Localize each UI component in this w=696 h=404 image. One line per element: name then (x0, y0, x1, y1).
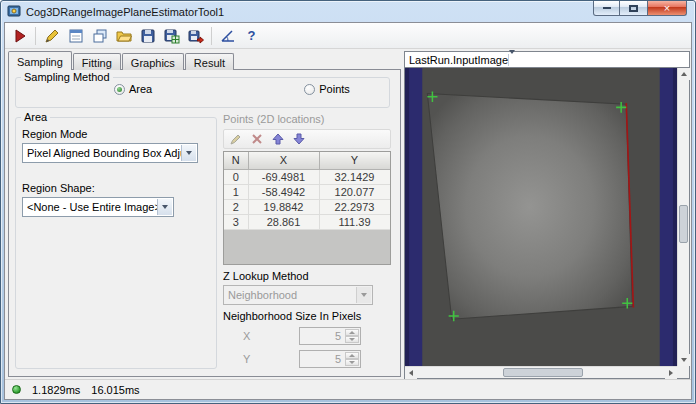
radio-area[interactable]: Area (114, 83, 152, 95)
window-title: Cog3DRangeImagePlaneEstimatorTool1 (26, 5, 689, 18)
scroll-left-button[interactable] (405, 367, 417, 379)
cell-n: 0 (224, 169, 248, 184)
area-group-label: Area (21, 111, 50, 123)
close-icon: × (664, 3, 670, 14)
triangle-right-icon (669, 370, 673, 376)
cell-y: 111.39 (319, 214, 390, 229)
open-button[interactable] (112, 25, 135, 47)
cell-x: -58.4942 (248, 184, 319, 199)
delete-point-button (248, 131, 266, 147)
chevron-down-icon[interactable] (157, 199, 172, 215)
chevron-down-icon[interactable] (181, 145, 196, 161)
z-lookup-combo: Neighborhood (223, 285, 373, 305)
points-section-label: Points (2D locations) (223, 113, 393, 125)
delete-point-icon (251, 133, 263, 145)
scrollbar-corner (677, 366, 689, 378)
region-shape-combo[interactable]: <None - Use Entire Image> (22, 197, 174, 217)
right-panel: LastRun.InputImage (403, 49, 691, 379)
range-image (405, 68, 677, 366)
triangle-left-icon (409, 370, 413, 376)
display-image-selector[interactable]: LastRun.InputImage (404, 51, 690, 68)
z-lookup-label: Z Lookup Method (223, 270, 393, 282)
run-button[interactable] (8, 25, 31, 47)
cell-x: 28.861 (248, 214, 319, 229)
vertical-scroll-thumb[interactable] (679, 205, 688, 243)
save-button[interactable] (136, 25, 159, 47)
x-label: X (243, 330, 299, 342)
scroll-down-button[interactable] (678, 354, 690, 366)
neighborhood-size-label: Neighborhood Size In Pixels (223, 310, 393, 322)
neighborhood-y-row: Y 5 (243, 350, 393, 368)
cell-n: 3 (224, 214, 248, 229)
minimize-button[interactable] (593, 1, 620, 16)
y-size-value: 5 (335, 353, 341, 365)
sampling-method-group: Sampling Method Area Points (15, 71, 390, 108)
status-time-1: 1.1829ms (32, 384, 80, 396)
region-shape-label: Region Shape: (22, 182, 216, 194)
column-header-y: Y (319, 152, 390, 169)
tab-sampling[interactable]: Sampling (8, 51, 72, 70)
chevron-down-icon (356, 287, 371, 303)
radio-points[interactable]: Points (304, 83, 350, 95)
table-row: 3 28.861 111.39 (224, 214, 390, 229)
scroll-up-button[interactable] (678, 68, 690, 80)
move-point-down-button (290, 131, 308, 147)
radio-area-bullet (114, 84, 125, 95)
cascade-windows-button[interactable] (88, 25, 111, 47)
run-icon (12, 28, 28, 44)
maximize-icon (629, 5, 638, 12)
vertical-scrollbar[interactable] (677, 68, 689, 366)
column-header-n: N (224, 152, 248, 169)
status-ok-icon (12, 385, 21, 394)
move-point-up-button (269, 131, 287, 147)
cell-n: 1 (224, 184, 248, 199)
z-lookup-value: Neighborhood (228, 289, 297, 301)
export-icon (188, 28, 204, 44)
tool-window-button[interactable] (64, 25, 87, 47)
triangle-down-icon (681, 358, 687, 362)
cascade-windows-icon (92, 28, 108, 44)
radio-area-label: Area (129, 83, 152, 95)
help-button[interactable]: ? (240, 25, 263, 47)
edit-tool-button[interactable] (40, 25, 63, 47)
close-button[interactable]: × (647, 1, 687, 16)
window-body: ? Sampling Fitting Graphics Result Sampl… (4, 22, 692, 400)
open-icon (116, 28, 132, 44)
spin-down-icon (345, 336, 359, 343)
tab-graphics[interactable]: Graphics (122, 53, 184, 70)
image-display (404, 68, 690, 379)
left-panel: Sampling Fitting Graphics Result Samplin… (5, 49, 403, 379)
column-header-x: X (248, 152, 319, 169)
toolbar-separator (35, 27, 36, 45)
range-image-viewport[interactable] (405, 68, 677, 366)
horizontal-scrollbar[interactable] (405, 366, 677, 378)
chevron-down-icon[interactable] (508, 54, 515, 66)
maximize-button[interactable] (620, 1, 647, 16)
angle-icon (220, 28, 236, 44)
horizontal-scroll-thumb[interactable] (503, 368, 583, 377)
cell-x: -69.4981 (248, 169, 319, 184)
help-icon: ? (248, 28, 256, 43)
spin-up-icon (345, 352, 359, 359)
titlebar: Cog3DRangeImagePlaneEstimatorTool1 × (1, 1, 695, 22)
y-size-stepper: 5 (299, 350, 361, 368)
y-label: Y (243, 353, 299, 365)
sampling-tab-page: Sampling Method Area Points (8, 69, 401, 377)
export-button[interactable] (184, 25, 207, 47)
sampling-method-label: Sampling Method (21, 71, 113, 83)
angle-tool-button[interactable] (216, 25, 239, 47)
save-record-button[interactable] (160, 25, 183, 47)
region-mode-combo[interactable]: Pixel Aligned Bounding Box Adjust Mask (22, 143, 198, 163)
spin-down-icon (345, 359, 359, 366)
range-plane-quad (427, 94, 632, 320)
display-image-value: LastRun.InputImage (409, 54, 508, 66)
arrow-up-icon (272, 133, 284, 145)
tab-result[interactable]: Result (185, 53, 234, 70)
scroll-right-button[interactable] (665, 367, 677, 379)
radio-points-bullet (304, 84, 315, 95)
points-section: Points (2D locations) (221, 111, 393, 369)
main-area: Sampling Fitting Graphics Result Samplin… (5, 49, 691, 379)
tab-fitting[interactable]: Fitting (73, 53, 121, 70)
toolbar-separator (211, 27, 212, 45)
region-shape-value: <None - Use Entire Image> (27, 201, 161, 213)
